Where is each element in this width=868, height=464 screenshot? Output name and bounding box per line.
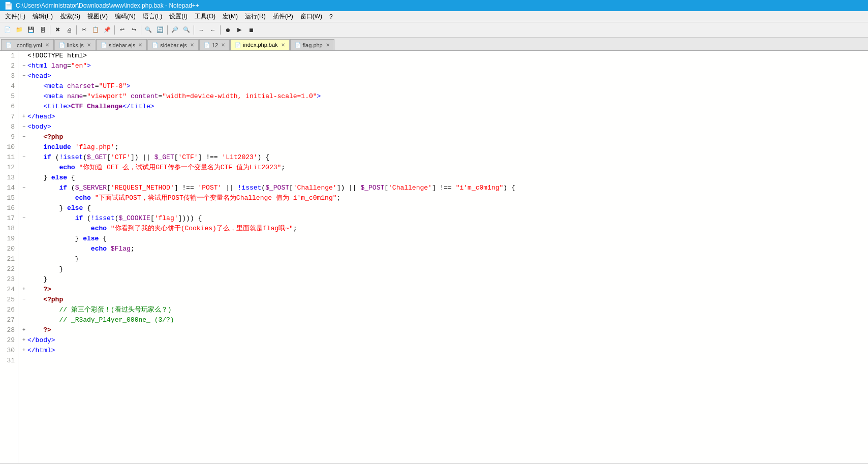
code-content-16: } else { xyxy=(27,203,91,213)
line-num-1: 1 xyxy=(3,51,15,61)
code-content-15: echo "下面试试POST，尝试用POST传输一个变量名为Challenge … xyxy=(27,193,340,203)
print-button[interactable]: 🖨 xyxy=(64,24,75,36)
menu-item-e[interactable]: 文件(E) xyxy=(2,12,28,21)
menu-item-e[interactable]: 编辑(E) xyxy=(29,12,56,21)
tab-close[interactable]: ✕ xyxy=(221,42,225,48)
menu-item-r[interactable]: 运行(R) xyxy=(242,12,269,21)
code-content-26: // 第三个彩蛋！(看过头号玩家么？) xyxy=(27,305,171,315)
tab-close[interactable]: ✕ xyxy=(190,42,194,48)
indent-button[interactable]: → xyxy=(196,24,207,36)
fold-indicator-3[interactable]: − xyxy=(20,71,27,81)
line-num-11: 11 xyxy=(3,152,15,163)
menu-item-v[interactable]: 视图(V) xyxy=(84,12,111,21)
code-line-18: echo "你看到了我的夹心饼干(Cookies)了么，里面就是flag哦~"; xyxy=(20,224,866,234)
menu-item-i[interactable]: 设置(I) xyxy=(166,12,190,21)
code-line-13: } else { xyxy=(20,173,866,183)
line-num-16: 16 xyxy=(3,203,15,213)
code-line-23: } xyxy=(20,274,866,285)
menu-item-[interactable]: ? xyxy=(326,13,336,21)
line-num-17: 17 xyxy=(3,213,15,224)
tab-icon: 📄 xyxy=(101,42,107,48)
fold-indicator-28[interactable]: + xyxy=(20,325,27,335)
zoom-out-button[interactable]: 🔍 xyxy=(181,24,192,36)
code-content-21: } xyxy=(27,254,79,264)
code-line-16: } else { xyxy=(20,203,866,213)
save-all-button[interactable]: 🗄 xyxy=(37,24,48,36)
paste-button[interactable]: 📌 xyxy=(102,24,113,36)
menu-item-s[interactable]: 搜索(S) xyxy=(57,12,83,21)
tab-close[interactable]: ✕ xyxy=(138,42,142,48)
stop-macro-button[interactable]: ⏹ xyxy=(245,24,257,36)
toolbar: 📄 📁 💾 🗄 ✖ 🖨 ✂ 📋 📌 ↩ ↪ 🔍 🔄 🔎 🔍 → ← ⏺ ▶ ⏹ xyxy=(0,22,868,38)
code-line-27: // _R3ady_Pl4yer_000ne_ (3/?) xyxy=(20,315,866,325)
undo-button[interactable]: ↩ xyxy=(116,24,128,36)
fold-indicator-8[interactable]: − xyxy=(20,122,27,132)
menu-item-n[interactable]: 编码(N) xyxy=(112,12,139,21)
line-num-26: 26 xyxy=(3,305,15,315)
tab-label: sidebar.ejs xyxy=(109,42,136,48)
fold-indicator-2[interactable]: − xyxy=(20,61,27,71)
tab-tab1[interactable]: 📄_config.yml✕ xyxy=(1,39,54,50)
fold-indicator-11[interactable]: − xyxy=(20,152,27,163)
separator1 xyxy=(50,25,50,35)
code-line-31 xyxy=(20,356,866,366)
code-line-2: −<html lang="en"> xyxy=(20,61,866,71)
tab-tab5[interactable]: 📄12✕ xyxy=(199,39,230,50)
new-button[interactable]: 📄 xyxy=(2,24,13,36)
open-button[interactable]: 📁 xyxy=(14,24,25,36)
fold-indicator-30[interactable]: + xyxy=(20,346,27,356)
code-line-28: + ?> xyxy=(20,325,866,335)
code-line-21: } xyxy=(20,254,866,264)
line-num-28: 28 xyxy=(3,325,15,335)
copy-button[interactable]: 📋 xyxy=(90,24,101,36)
menu-item-o[interactable]: 工具(O) xyxy=(192,12,219,21)
fold-indicator-7[interactable]: + xyxy=(20,112,27,122)
fold-indicator-29[interactable]: + xyxy=(20,335,27,346)
fold-indicator-25[interactable]: − xyxy=(20,295,27,305)
unindent-button[interactable]: ← xyxy=(207,24,219,36)
code-line-26: // 第三个彩蛋！(看过头号玩家么？) xyxy=(20,305,866,315)
zoom-in-button[interactable]: 🔎 xyxy=(169,24,180,36)
tab-icon: 📄 xyxy=(6,42,12,48)
line-num-10: 10 xyxy=(3,142,15,152)
code-line-12: echo "你知道 GET 么，试试用GET传参一个变量名为CTF 值为Lit2… xyxy=(20,163,866,173)
tab-tab2[interactable]: 📄links.js✕ xyxy=(54,39,96,50)
tab-label: _config.yml xyxy=(14,42,42,48)
code-line-11: − if (!isset($_GET['CTF']) || $_GET['CTF… xyxy=(20,152,866,163)
tab-label: links.js xyxy=(67,42,84,48)
tab-tab7[interactable]: 📄flag.php✕ xyxy=(290,39,334,50)
close-button[interactable]: ✖ xyxy=(52,24,63,36)
code-line-7: +</head> xyxy=(20,112,866,122)
code-content-7: </head> xyxy=(27,112,55,122)
tab-tab3[interactable]: 📄sidebar.ejs✕ xyxy=(96,39,147,50)
redo-button[interactable]: ↪ xyxy=(128,24,139,36)
fold-indicator-14[interactable]: − xyxy=(20,183,27,193)
tab-close[interactable]: ✕ xyxy=(281,42,285,48)
tab-close[interactable]: ✕ xyxy=(45,42,49,48)
tab-tab6[interactable]: 📄index.php.bak✕ xyxy=(230,39,290,50)
menu-item-l[interactable]: 语言(L) xyxy=(140,12,166,21)
code-content-27: // _R3ady_Pl4yer_000ne_ (3/?) xyxy=(27,315,174,325)
tab-bar: 📄_config.yml✕📄links.js✕📄sidebar.ejs✕📄sid… xyxy=(0,38,868,51)
line-num-21: 21 xyxy=(3,254,15,264)
fold-indicator-24[interactable]: + xyxy=(20,285,27,295)
fold-indicator-17[interactable]: − xyxy=(20,213,27,224)
macro-button[interactable]: ⏺ xyxy=(222,24,233,36)
tab-label: sidebar.ejs xyxy=(160,42,187,48)
code-line-9: − <?php xyxy=(20,132,866,142)
fold-indicator-9[interactable]: − xyxy=(20,132,27,142)
run-macro-button[interactable]: ▶ xyxy=(234,24,245,36)
menu-item-w[interactable]: 窗口(W) xyxy=(297,12,325,21)
code-line-10: include 'flag.php'; xyxy=(20,142,866,152)
menu-item-m[interactable]: 宏(M) xyxy=(220,12,241,21)
cut-button[interactable]: ✂ xyxy=(78,24,89,36)
menu-item-p[interactable]: 插件(P) xyxy=(270,12,296,21)
find-button[interactable]: 🔍 xyxy=(143,24,154,36)
line-num-18: 18 xyxy=(3,224,15,234)
tab-close[interactable]: ✕ xyxy=(326,42,330,48)
tab-tab4[interactable]: 📄sidebar.ejs✕ xyxy=(147,39,199,50)
replace-button[interactable]: 🔄 xyxy=(154,24,166,36)
tab-close[interactable]: ✕ xyxy=(87,42,91,48)
save-button[interactable]: 💾 xyxy=(25,24,37,36)
code-area[interactable]: <!DOCTYPE html>−<html lang="en">−<head> … xyxy=(18,51,868,463)
